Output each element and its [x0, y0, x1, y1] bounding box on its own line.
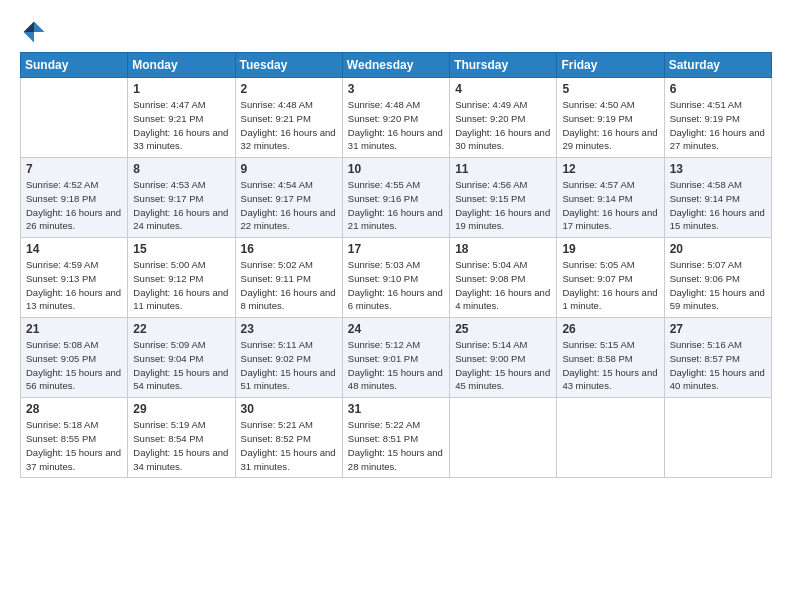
day-info: Sunrise: 5:07 AMSunset: 9:06 PMDaylight:…: [670, 258, 766, 313]
calendar-cell: 15Sunrise: 5:00 AMSunset: 9:12 PMDayligh…: [128, 238, 235, 318]
day-info: Sunrise: 5:14 AMSunset: 9:00 PMDaylight:…: [455, 338, 551, 393]
calendar-cell: 26Sunrise: 5:15 AMSunset: 8:58 PMDayligh…: [557, 318, 664, 398]
calendar-cell: 14Sunrise: 4:59 AMSunset: 9:13 PMDayligh…: [21, 238, 128, 318]
day-info: Sunrise: 5:18 AMSunset: 8:55 PMDaylight:…: [26, 418, 122, 473]
calendar-cell: 29Sunrise: 5:19 AMSunset: 8:54 PMDayligh…: [128, 398, 235, 478]
day-info: Sunrise: 4:58 AMSunset: 9:14 PMDaylight:…: [670, 178, 766, 233]
day-number: 21: [26, 322, 122, 336]
day-info: Sunrise: 5:02 AMSunset: 9:11 PMDaylight:…: [241, 258, 337, 313]
svg-marker-1: [24, 32, 35, 43]
calendar-cell: 28Sunrise: 5:18 AMSunset: 8:55 PMDayligh…: [21, 398, 128, 478]
calendar-cell: 2Sunrise: 4:48 AMSunset: 9:21 PMDaylight…: [235, 78, 342, 158]
day-number: 31: [348, 402, 444, 416]
day-info: Sunrise: 5:12 AMSunset: 9:01 PMDaylight:…: [348, 338, 444, 393]
day-number: 3: [348, 82, 444, 96]
day-number: 28: [26, 402, 122, 416]
weekday-header-thursday: Thursday: [450, 53, 557, 78]
day-number: 2: [241, 82, 337, 96]
calendar-cell: 27Sunrise: 5:16 AMSunset: 8:57 PMDayligh…: [664, 318, 771, 398]
day-info: Sunrise: 5:03 AMSunset: 9:10 PMDaylight:…: [348, 258, 444, 313]
day-number: 20: [670, 242, 766, 256]
day-number: 18: [455, 242, 551, 256]
day-number: 12: [562, 162, 658, 176]
calendar-table: SundayMondayTuesdayWednesdayThursdayFrid…: [20, 52, 772, 478]
calendar-week-1: 1Sunrise: 4:47 AMSunset: 9:21 PMDaylight…: [21, 78, 772, 158]
day-info: Sunrise: 5:00 AMSunset: 9:12 PMDaylight:…: [133, 258, 229, 313]
day-info: Sunrise: 5:11 AMSunset: 9:02 PMDaylight:…: [241, 338, 337, 393]
day-number: 6: [670, 82, 766, 96]
calendar-cell: 7Sunrise: 4:52 AMSunset: 9:18 PMDaylight…: [21, 158, 128, 238]
day-info: Sunrise: 5:16 AMSunset: 8:57 PMDaylight:…: [670, 338, 766, 393]
day-info: Sunrise: 4:55 AMSunset: 9:16 PMDaylight:…: [348, 178, 444, 233]
calendar-cell: 20Sunrise: 5:07 AMSunset: 9:06 PMDayligh…: [664, 238, 771, 318]
calendar-cell: 18Sunrise: 5:04 AMSunset: 9:08 PMDayligh…: [450, 238, 557, 318]
calendar-cell: 22Sunrise: 5:09 AMSunset: 9:04 PMDayligh…: [128, 318, 235, 398]
calendar-cell: 8Sunrise: 4:53 AMSunset: 9:17 PMDaylight…: [128, 158, 235, 238]
calendar-cell: [450, 398, 557, 478]
day-info: Sunrise: 5:05 AMSunset: 9:07 PMDaylight:…: [562, 258, 658, 313]
day-info: Sunrise: 4:53 AMSunset: 9:17 PMDaylight:…: [133, 178, 229, 233]
day-number: 1: [133, 82, 229, 96]
day-number: 23: [241, 322, 337, 336]
calendar-cell: 25Sunrise: 5:14 AMSunset: 9:00 PMDayligh…: [450, 318, 557, 398]
calendar-cell: 16Sunrise: 5:02 AMSunset: 9:11 PMDayligh…: [235, 238, 342, 318]
calendar-week-4: 21Sunrise: 5:08 AMSunset: 9:05 PMDayligh…: [21, 318, 772, 398]
day-number: 7: [26, 162, 122, 176]
calendar-cell: 21Sunrise: 5:08 AMSunset: 9:05 PMDayligh…: [21, 318, 128, 398]
day-number: 9: [241, 162, 337, 176]
calendar-week-3: 14Sunrise: 4:59 AMSunset: 9:13 PMDayligh…: [21, 238, 772, 318]
day-number: 8: [133, 162, 229, 176]
day-info: Sunrise: 4:52 AMSunset: 9:18 PMDaylight:…: [26, 178, 122, 233]
day-number: 10: [348, 162, 444, 176]
weekday-header-friday: Friday: [557, 53, 664, 78]
day-info: Sunrise: 4:54 AMSunset: 9:17 PMDaylight:…: [241, 178, 337, 233]
calendar-cell: 3Sunrise: 4:48 AMSunset: 9:20 PMDaylight…: [342, 78, 449, 158]
day-number: 26: [562, 322, 658, 336]
day-info: Sunrise: 4:56 AMSunset: 9:15 PMDaylight:…: [455, 178, 551, 233]
day-number: 30: [241, 402, 337, 416]
calendar-cell: [557, 398, 664, 478]
day-info: Sunrise: 4:48 AMSunset: 9:21 PMDaylight:…: [241, 98, 337, 153]
header: [20, 18, 772, 46]
calendar-cell: 5Sunrise: 4:50 AMSunset: 9:19 PMDaylight…: [557, 78, 664, 158]
day-number: 24: [348, 322, 444, 336]
day-info: Sunrise: 4:57 AMSunset: 9:14 PMDaylight:…: [562, 178, 658, 233]
calendar-cell: 13Sunrise: 4:58 AMSunset: 9:14 PMDayligh…: [664, 158, 771, 238]
calendar-cell: [664, 398, 771, 478]
svg-marker-2: [24, 22, 35, 33]
day-number: 15: [133, 242, 229, 256]
day-info: Sunrise: 4:51 AMSunset: 9:19 PMDaylight:…: [670, 98, 766, 153]
calendar-week-2: 7Sunrise: 4:52 AMSunset: 9:18 PMDaylight…: [21, 158, 772, 238]
calendar-cell: 12Sunrise: 4:57 AMSunset: 9:14 PMDayligh…: [557, 158, 664, 238]
day-info: Sunrise: 4:48 AMSunset: 9:20 PMDaylight:…: [348, 98, 444, 153]
calendar-cell: 23Sunrise: 5:11 AMSunset: 9:02 PMDayligh…: [235, 318, 342, 398]
day-number: 17: [348, 242, 444, 256]
day-info: Sunrise: 5:21 AMSunset: 8:52 PMDaylight:…: [241, 418, 337, 473]
calendar-cell: 4Sunrise: 4:49 AMSunset: 9:20 PMDaylight…: [450, 78, 557, 158]
day-number: 4: [455, 82, 551, 96]
calendar-cell: 9Sunrise: 4:54 AMSunset: 9:17 PMDaylight…: [235, 158, 342, 238]
calendar-cell: 6Sunrise: 4:51 AMSunset: 9:19 PMDaylight…: [664, 78, 771, 158]
day-info: Sunrise: 5:15 AMSunset: 8:58 PMDaylight:…: [562, 338, 658, 393]
weekday-header-tuesday: Tuesday: [235, 53, 342, 78]
day-number: 14: [26, 242, 122, 256]
page: SundayMondayTuesdayWednesdayThursdayFrid…: [0, 0, 792, 612]
calendar-cell: [21, 78, 128, 158]
day-number: 22: [133, 322, 229, 336]
day-info: Sunrise: 5:09 AMSunset: 9:04 PMDaylight:…: [133, 338, 229, 393]
svg-marker-0: [34, 22, 45, 33]
day-info: Sunrise: 5:08 AMSunset: 9:05 PMDaylight:…: [26, 338, 122, 393]
calendar-cell: 17Sunrise: 5:03 AMSunset: 9:10 PMDayligh…: [342, 238, 449, 318]
calendar-header: SundayMondayTuesdayWednesdayThursdayFrid…: [21, 53, 772, 78]
day-number: 13: [670, 162, 766, 176]
calendar-cell: 10Sunrise: 4:55 AMSunset: 9:16 PMDayligh…: [342, 158, 449, 238]
day-info: Sunrise: 5:19 AMSunset: 8:54 PMDaylight:…: [133, 418, 229, 473]
day-number: 25: [455, 322, 551, 336]
calendar-cell: 11Sunrise: 4:56 AMSunset: 9:15 PMDayligh…: [450, 158, 557, 238]
weekday-header-monday: Monday: [128, 53, 235, 78]
day-info: Sunrise: 4:47 AMSunset: 9:21 PMDaylight:…: [133, 98, 229, 153]
day-info: Sunrise: 5:04 AMSunset: 9:08 PMDaylight:…: [455, 258, 551, 313]
calendar-cell: 31Sunrise: 5:22 AMSunset: 8:51 PMDayligh…: [342, 398, 449, 478]
day-info: Sunrise: 5:22 AMSunset: 8:51 PMDaylight:…: [348, 418, 444, 473]
logo-icon: [20, 18, 48, 46]
